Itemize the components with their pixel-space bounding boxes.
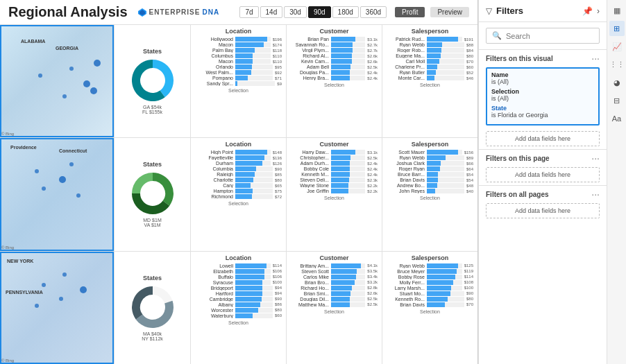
- location-section-0: LocationHollywood$196Macon$174Palm Bay$1…: [191, 25, 287, 137]
- bar-value-0-4: $2.6k: [367, 60, 378, 64]
- forward-icon[interactable]: ›: [597, 6, 600, 16]
- filter-selection-value: is (All): [491, 95, 594, 102]
- bar-label-2-6: Kenneth Ro...: [387, 297, 425, 302]
- scatter-icon[interactable]: ⋮⋮: [609, 57, 625, 72]
- map-panel-2[interactable]: Providence Connecticut © Bing: [0, 138, 114, 251]
- bar-value-1-4: $85: [275, 173, 282, 177]
- profit-button[interactable]: Profit: [395, 7, 425, 17]
- bar-value-0-8: $9: [277, 82, 282, 86]
- bar-fill-1-8: [235, 194, 252, 199]
- bar-container-1-4: [235, 172, 273, 177]
- map-panel-1[interactable]: ALABAMA GEORGIA © Bing: [0, 25, 114, 138]
- filters-on-page-label: Filters on this page: [486, 155, 550, 162]
- filters-panel: ▽ Filters 📌 › 🔍 Filters on this visual ·…: [478, 0, 607, 364]
- bar-value-0-4: $70: [466, 60, 473, 64]
- states-title-2: States: [143, 275, 162, 281]
- bar-fill-2-6: [331, 297, 350, 302]
- axis-icon[interactable]: ⊟: [609, 93, 625, 108]
- bar-container-1-1: [235, 155, 271, 160]
- data-row-1: StatesMD $1MVA $1MLocationHigh Point$148…: [115, 138, 477, 251]
- filters-on-all-pages-menu[interactable]: ···: [591, 189, 600, 199]
- bar-label-0-5: Adam Bell: [291, 64, 329, 69]
- salesperson-section-1: SalespersonScott Mauer$156Ryan Webb$89Jo…: [382, 138, 477, 250]
- bar-value-1-3: $64: [466, 167, 473, 171]
- filters-on-page-menu[interactable]: ···: [591, 153, 600, 163]
- add-fields-page-button[interactable]: Add data fields here: [486, 167, 600, 182]
- bar-row-0-3: Richard Al...$2.6k: [291, 53, 378, 58]
- bar-value-2-8: $80: [275, 308, 282, 312]
- bar-label-2-6: Cambridge: [195, 297, 233, 302]
- donut-section-0: StatesGA $54kFL $155k: [115, 25, 191, 137]
- table-icon[interactable]: ⊞: [609, 21, 625, 36]
- bar-value-0-3: $110: [273, 54, 282, 58]
- bar-row-0-2: Virgil Plym...$2.7k: [291, 48, 378, 53]
- bar-row-2-7: Albany$86: [195, 302, 282, 307]
- name-icon[interactable]: Aa: [609, 111, 625, 126]
- filters-on-visual-menu[interactable]: ···: [591, 53, 600, 63]
- bar-container-1-1: [427, 155, 464, 160]
- bar-value-1-5: $54: [466, 178, 473, 182]
- bar-label-0-0: Patrick Rud...: [387, 37, 425, 42]
- donut-label-0: GA $54k: [143, 105, 162, 110]
- bar-value-0-2: $118: [273, 49, 282, 53]
- bar-fill-2-6: [427, 297, 448, 302]
- search-box[interactable]: 🔍: [486, 28, 600, 44]
- time-btn-7d[interactable]: 7d: [239, 6, 258, 18]
- bar-container-1-0: [331, 150, 365, 155]
- bar-row-1-5: Brian Davis$54: [387, 177, 473, 182]
- bar-label-0-4: Carl Moll: [387, 59, 425, 64]
- bar-fill-0-0: [331, 37, 355, 42]
- time-btn-90d[interactable]: 90d: [308, 6, 331, 18]
- bar-row-1-0: Harry Daw...$3.1k: [291, 150, 378, 155]
- bar-row-0-5: Charlene Pr...$60: [387, 64, 473, 69]
- bar-fill-2-1: [331, 269, 357, 274]
- bar-value-2-4: $2.8k: [367, 286, 378, 290]
- filters-panel-header: ▽ Filters 📌 ›: [479, 0, 607, 22]
- bar-fill-2-2: [427, 275, 455, 279]
- map-dot-m5: [76, 193, 81, 198]
- bar-label-1-0: Harry Daw...: [291, 150, 329, 155]
- filter-item-state[interactable]: State is Florida or Georgia: [491, 105, 594, 119]
- bar-row-2-0: Brittany Am...$4.1k: [291, 263, 378, 268]
- bar-value-2-3: $3.2k: [367, 280, 378, 284]
- bar-fill-1-5: [235, 177, 253, 182]
- bar-value-2-0: $125: [464, 263, 473, 268]
- bar-row-2-7: Matthew Ma...$2.5k: [291, 302, 378, 307]
- bar-row-0-0: Hollywood$196: [195, 37, 282, 42]
- preview-button[interactable]: Preview: [430, 7, 469, 17]
- time-btn-14d[interactable]: 14d: [260, 6, 283, 18]
- bar-label-2-1: Bruce Meyer: [387, 269, 425, 274]
- bar-chart-icon[interactable]: ▦: [609, 3, 625, 18]
- line-chart-icon[interactable]: 📈: [609, 39, 625, 54]
- bar-value-2-0: $4.1k: [367, 263, 378, 268]
- bar-row-1-6: Wayne Stone$2.2k: [291, 183, 378, 188]
- bar-row-2-0: Lowell$114: [195, 263, 282, 268]
- pin-icon[interactable]: 📌: [582, 6, 593, 16]
- bar-fill-2-0: [427, 263, 458, 268]
- filters-on-all-pages-header: Filters on all pages ···: [479, 185, 607, 200]
- time-btn-180d[interactable]: 180d: [332, 6, 359, 18]
- map-dot-3: [62, 94, 67, 98]
- bar-row-0-6: Douglas Pa...$2.4k: [291, 70, 378, 75]
- bar-container-2-3: [331, 280, 365, 285]
- bar-value-1-7: $75: [275, 189, 282, 193]
- add-fields-all-pages-button[interactable]: Add data fields here: [486, 203, 600, 218]
- add-fields-visual-button[interactable]: Add data fields here: [486, 131, 600, 146]
- time-btn-30d[interactable]: 30d: [284, 6, 307, 18]
- bar-container-2-2: [427, 275, 462, 279]
- bar-value-2-7: $2.5k: [367, 302, 378, 306]
- bar-row-2-2: Bobby Rose$114: [387, 275, 473, 279]
- map-dot-b3: [59, 297, 63, 301]
- bar-row-1-3: Roger Ryan$64: [387, 166, 473, 171]
- search-input[interactable]: [506, 32, 593, 40]
- time-btn-360d[interactable]: 360d: [360, 6, 387, 18]
- bar-value-1-5: $2.3k: [367, 178, 378, 182]
- map-bg-1: ALABAMA GEORGIA © Bing: [0, 25, 114, 137]
- bar-value-1-6: $2.2k: [367, 184, 378, 188]
- map-panel-3[interactable]: NEW YORK PENNSYLVANIA © Bing: [0, 252, 114, 364]
- bar-row-2-6: Kenneth Ro...$80: [387, 297, 473, 302]
- bar-label-1-1: Fayetteville: [195, 155, 233, 160]
- bar-fill-0-2: [235, 48, 255, 53]
- bar-label-0-3: Eugene Ma...: [387, 53, 425, 58]
- pie-chart-icon[interactable]: ◕: [609, 75, 625, 90]
